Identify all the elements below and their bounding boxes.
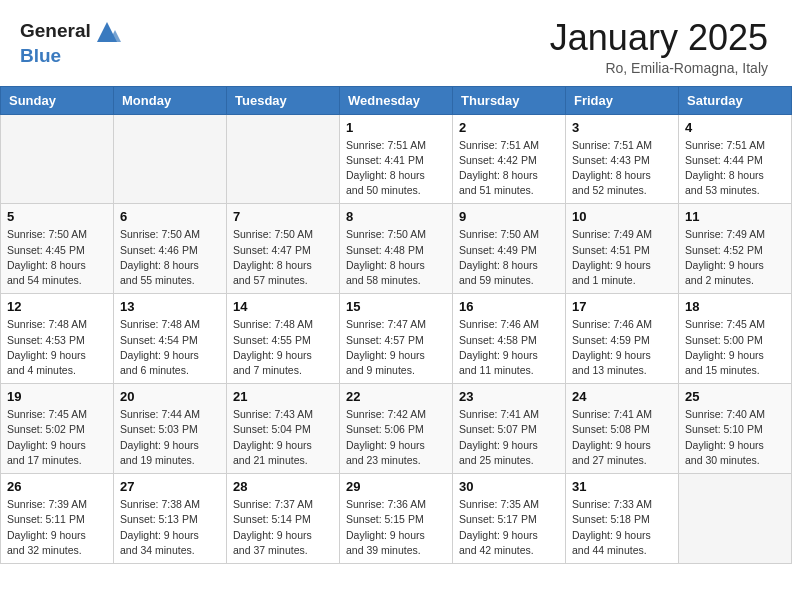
day-info: Sunrise: 7:46 AM Sunset: 4:59 PM Dayligh… bbox=[572, 317, 672, 378]
calendar-cell: 30Sunrise: 7:35 AM Sunset: 5:17 PM Dayli… bbox=[453, 474, 566, 564]
day-number: 24 bbox=[572, 389, 672, 404]
day-info: Sunrise: 7:51 AM Sunset: 4:44 PM Dayligh… bbox=[685, 138, 785, 199]
day-number: 20 bbox=[120, 389, 220, 404]
day-info: Sunrise: 7:45 AM Sunset: 5:02 PM Dayligh… bbox=[7, 407, 107, 468]
logo-blue: Blue bbox=[20, 46, 121, 65]
weekday-header: Friday bbox=[566, 86, 679, 114]
weekday-header: Saturday bbox=[679, 86, 792, 114]
day-number: 15 bbox=[346, 299, 446, 314]
day-info: Sunrise: 7:44 AM Sunset: 5:03 PM Dayligh… bbox=[120, 407, 220, 468]
calendar-cell: 25Sunrise: 7:40 AM Sunset: 5:10 PM Dayli… bbox=[679, 384, 792, 474]
day-number: 26 bbox=[7, 479, 107, 494]
calendar-cell: 19Sunrise: 7:45 AM Sunset: 5:02 PM Dayli… bbox=[1, 384, 114, 474]
day-number: 21 bbox=[233, 389, 333, 404]
page: General Blue January 2025 Ro, Emilia-Rom… bbox=[0, 0, 792, 564]
day-number: 5 bbox=[7, 209, 107, 224]
calendar-cell: 11Sunrise: 7:49 AM Sunset: 4:52 PM Dayli… bbox=[679, 204, 792, 294]
day-number: 17 bbox=[572, 299, 672, 314]
calendar-cell: 2Sunrise: 7:51 AM Sunset: 4:42 PM Daylig… bbox=[453, 114, 566, 204]
calendar-cell: 10Sunrise: 7:49 AM Sunset: 4:51 PM Dayli… bbox=[566, 204, 679, 294]
calendar-cell: 16Sunrise: 7:46 AM Sunset: 4:58 PM Dayli… bbox=[453, 294, 566, 384]
day-number: 27 bbox=[120, 479, 220, 494]
day-info: Sunrise: 7:51 AM Sunset: 4:42 PM Dayligh… bbox=[459, 138, 559, 199]
calendar-cell: 31Sunrise: 7:33 AM Sunset: 5:18 PM Dayli… bbox=[566, 474, 679, 564]
weekday-header: Monday bbox=[114, 86, 227, 114]
calendar-cell: 1Sunrise: 7:51 AM Sunset: 4:41 PM Daylig… bbox=[340, 114, 453, 204]
weekday-header: Thursday bbox=[453, 86, 566, 114]
header: General Blue January 2025 Ro, Emilia-Rom… bbox=[0, 0, 792, 86]
calendar-cell: 8Sunrise: 7:50 AM Sunset: 4:48 PM Daylig… bbox=[340, 204, 453, 294]
day-info: Sunrise: 7:47 AM Sunset: 4:57 PM Dayligh… bbox=[346, 317, 446, 378]
calendar-cell: 7Sunrise: 7:50 AM Sunset: 4:47 PM Daylig… bbox=[227, 204, 340, 294]
day-number: 28 bbox=[233, 479, 333, 494]
calendar-cell bbox=[1, 114, 114, 204]
calendar-cell: 14Sunrise: 7:48 AM Sunset: 4:55 PM Dayli… bbox=[227, 294, 340, 384]
day-number: 18 bbox=[685, 299, 785, 314]
calendar-body: 1Sunrise: 7:51 AM Sunset: 4:41 PM Daylig… bbox=[1, 114, 792, 563]
calendar-cell: 22Sunrise: 7:42 AM Sunset: 5:06 PM Dayli… bbox=[340, 384, 453, 474]
calendar-cell: 9Sunrise: 7:50 AM Sunset: 4:49 PM Daylig… bbox=[453, 204, 566, 294]
day-info: Sunrise: 7:35 AM Sunset: 5:17 PM Dayligh… bbox=[459, 497, 559, 558]
calendar-cell: 27Sunrise: 7:38 AM Sunset: 5:13 PM Dayli… bbox=[114, 474, 227, 564]
weekday-header-row: SundayMondayTuesdayWednesdayThursdayFrid… bbox=[1, 86, 792, 114]
calendar-cell: 12Sunrise: 7:48 AM Sunset: 4:53 PM Dayli… bbox=[1, 294, 114, 384]
day-number: 7 bbox=[233, 209, 333, 224]
calendar-cell: 29Sunrise: 7:36 AM Sunset: 5:15 PM Dayli… bbox=[340, 474, 453, 564]
day-info: Sunrise: 7:48 AM Sunset: 4:53 PM Dayligh… bbox=[7, 317, 107, 378]
day-info: Sunrise: 7:49 AM Sunset: 4:51 PM Dayligh… bbox=[572, 227, 672, 288]
month-title: January 2025 bbox=[550, 18, 768, 58]
day-info: Sunrise: 7:50 AM Sunset: 4:47 PM Dayligh… bbox=[233, 227, 333, 288]
calendar: SundayMondayTuesdayWednesdayThursdayFrid… bbox=[0, 86, 792, 564]
calendar-cell: 24Sunrise: 7:41 AM Sunset: 5:08 PM Dayli… bbox=[566, 384, 679, 474]
day-number: 22 bbox=[346, 389, 446, 404]
calendar-cell: 18Sunrise: 7:45 AM Sunset: 5:00 PM Dayli… bbox=[679, 294, 792, 384]
day-number: 23 bbox=[459, 389, 559, 404]
day-info: Sunrise: 7:37 AM Sunset: 5:14 PM Dayligh… bbox=[233, 497, 333, 558]
header-right: January 2025 Ro, Emilia-Romagna, Italy bbox=[550, 18, 768, 76]
day-info: Sunrise: 7:41 AM Sunset: 5:07 PM Dayligh… bbox=[459, 407, 559, 468]
day-info: Sunrise: 7:51 AM Sunset: 4:41 PM Dayligh… bbox=[346, 138, 446, 199]
calendar-cell: 15Sunrise: 7:47 AM Sunset: 4:57 PM Dayli… bbox=[340, 294, 453, 384]
day-number: 2 bbox=[459, 120, 559, 135]
day-number: 25 bbox=[685, 389, 785, 404]
calendar-week-row: 1Sunrise: 7:51 AM Sunset: 4:41 PM Daylig… bbox=[1, 114, 792, 204]
day-info: Sunrise: 7:50 AM Sunset: 4:48 PM Dayligh… bbox=[346, 227, 446, 288]
calendar-cell: 6Sunrise: 7:50 AM Sunset: 4:46 PM Daylig… bbox=[114, 204, 227, 294]
calendar-cell: 4Sunrise: 7:51 AM Sunset: 4:44 PM Daylig… bbox=[679, 114, 792, 204]
day-number: 1 bbox=[346, 120, 446, 135]
day-number: 29 bbox=[346, 479, 446, 494]
day-info: Sunrise: 7:42 AM Sunset: 5:06 PM Dayligh… bbox=[346, 407, 446, 468]
day-number: 3 bbox=[572, 120, 672, 135]
calendar-cell bbox=[227, 114, 340, 204]
day-number: 10 bbox=[572, 209, 672, 224]
day-info: Sunrise: 7:45 AM Sunset: 5:00 PM Dayligh… bbox=[685, 317, 785, 378]
calendar-cell: 13Sunrise: 7:48 AM Sunset: 4:54 PM Dayli… bbox=[114, 294, 227, 384]
calendar-header: SundayMondayTuesdayWednesdayThursdayFrid… bbox=[1, 86, 792, 114]
calendar-cell bbox=[114, 114, 227, 204]
day-info: Sunrise: 7:33 AM Sunset: 5:18 PM Dayligh… bbox=[572, 497, 672, 558]
day-info: Sunrise: 7:36 AM Sunset: 5:15 PM Dayligh… bbox=[346, 497, 446, 558]
day-info: Sunrise: 7:48 AM Sunset: 4:55 PM Dayligh… bbox=[233, 317, 333, 378]
day-info: Sunrise: 7:43 AM Sunset: 5:04 PM Dayligh… bbox=[233, 407, 333, 468]
calendar-week-row: 12Sunrise: 7:48 AM Sunset: 4:53 PM Dayli… bbox=[1, 294, 792, 384]
calendar-week-row: 26Sunrise: 7:39 AM Sunset: 5:11 PM Dayli… bbox=[1, 474, 792, 564]
day-info: Sunrise: 7:38 AM Sunset: 5:13 PM Dayligh… bbox=[120, 497, 220, 558]
day-info: Sunrise: 7:40 AM Sunset: 5:10 PM Dayligh… bbox=[685, 407, 785, 468]
calendar-cell: 28Sunrise: 7:37 AM Sunset: 5:14 PM Dayli… bbox=[227, 474, 340, 564]
day-number: 16 bbox=[459, 299, 559, 314]
day-info: Sunrise: 7:50 AM Sunset: 4:46 PM Dayligh… bbox=[120, 227, 220, 288]
calendar-cell: 21Sunrise: 7:43 AM Sunset: 5:04 PM Dayli… bbox=[227, 384, 340, 474]
day-number: 19 bbox=[7, 389, 107, 404]
logo-text: General bbox=[20, 18, 121, 46]
day-number: 14 bbox=[233, 299, 333, 314]
day-info: Sunrise: 7:50 AM Sunset: 4:45 PM Dayligh… bbox=[7, 227, 107, 288]
calendar-cell: 20Sunrise: 7:44 AM Sunset: 5:03 PM Dayli… bbox=[114, 384, 227, 474]
location: Ro, Emilia-Romagna, Italy bbox=[550, 60, 768, 76]
day-number: 4 bbox=[685, 120, 785, 135]
day-info: Sunrise: 7:39 AM Sunset: 5:11 PM Dayligh… bbox=[7, 497, 107, 558]
calendar-cell: 17Sunrise: 7:46 AM Sunset: 4:59 PM Dayli… bbox=[566, 294, 679, 384]
weekday-header: Sunday bbox=[1, 86, 114, 114]
day-number: 6 bbox=[120, 209, 220, 224]
day-info: Sunrise: 7:51 AM Sunset: 4:43 PM Dayligh… bbox=[572, 138, 672, 199]
day-info: Sunrise: 7:41 AM Sunset: 5:08 PM Dayligh… bbox=[572, 407, 672, 468]
